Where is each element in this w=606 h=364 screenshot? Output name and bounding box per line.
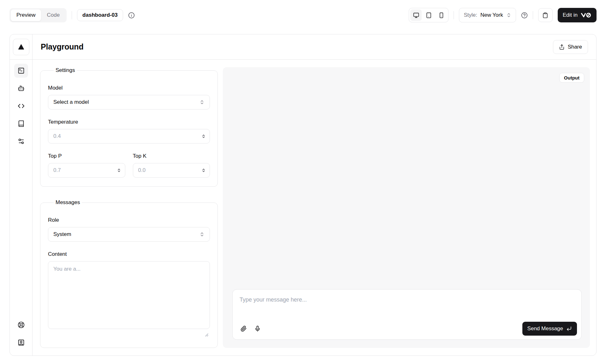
sidebar-item-help[interactable] xyxy=(14,318,28,332)
tab-preview[interactable]: Preview xyxy=(11,9,41,21)
share-icon xyxy=(559,44,565,50)
output-panel: Output Type your message here... xyxy=(223,67,590,348)
role-label: Role xyxy=(48,217,210,223)
smartphone-icon xyxy=(438,12,444,18)
top-k-label: Top K xyxy=(133,153,210,159)
main-content: Settings Model Select a model Temperatur… xyxy=(33,60,596,355)
toolbar-divider xyxy=(72,11,72,19)
model-select[interactable]: Select a model xyxy=(48,95,210,109)
top-k-input[interactable] xyxy=(133,163,210,178)
role-select[interactable]: System xyxy=(48,227,210,242)
use-microphone-button[interactable] xyxy=(252,323,264,335)
attach-file-button[interactable] xyxy=(238,323,250,335)
tablet-icon xyxy=(426,12,432,18)
edit-in-v0-label: Edit in xyxy=(563,12,578,18)
chevrons-up-down-icon xyxy=(199,100,205,105)
device-toggle-group xyxy=(409,8,449,22)
style-select-value: New York xyxy=(480,12,503,18)
share-button[interactable]: Share xyxy=(553,40,588,54)
style-select-label: Style: xyxy=(464,12,477,18)
code-icon xyxy=(18,103,25,109)
life-buoy-icon xyxy=(18,321,25,328)
temperature-input[interactable] xyxy=(48,129,210,144)
composer-placeholder[interactable]: Type your message here... xyxy=(240,296,574,303)
sidebar-item-documentation[interactable] xyxy=(14,117,28,131)
paperclip-icon xyxy=(241,326,247,332)
mobile-view-button[interactable] xyxy=(436,9,447,21)
triangle-logo-icon xyxy=(17,43,25,51)
app-logo-button[interactable] xyxy=(13,39,29,55)
tablet-view-button[interactable] xyxy=(423,9,434,21)
square-user-icon xyxy=(18,339,25,346)
top-p-label: Top P xyxy=(48,153,125,159)
style-select[interactable]: Style: New York xyxy=(459,8,516,22)
corner-down-left-icon xyxy=(566,326,572,332)
messages-legend: Messages xyxy=(54,199,82,206)
block-name-badge: dashboard-03 xyxy=(77,9,123,21)
settings-column: Settings Model Select a model Temperatur… xyxy=(40,67,218,348)
sidebar-item-account[interactable] xyxy=(14,336,28,349)
bot-icon xyxy=(18,85,25,92)
role-select-value: System xyxy=(53,231,71,238)
sidebar-item-playground[interactable] xyxy=(14,64,28,78)
edit-in-v0-button[interactable]: Edit in xyxy=(558,8,597,22)
sidebar-item-api[interactable] xyxy=(14,99,28,113)
output-badge: Output xyxy=(559,73,584,83)
content-label: Content xyxy=(48,251,210,257)
messages-fieldset: Messages Role System Content xyxy=(40,199,218,348)
page-header: Playground Share xyxy=(33,34,596,60)
preview-frame: Playground Share xyxy=(9,34,597,356)
sidebar-header xyxy=(10,34,33,60)
book-icon xyxy=(18,120,25,127)
info-icon[interactable] xyxy=(128,12,135,19)
message-composer[interactable]: Type your message here... xyxy=(232,289,582,340)
sidebar-nav xyxy=(10,60,33,355)
mic-icon xyxy=(254,326,261,332)
chevrons-up-down-icon xyxy=(506,13,511,18)
settings-legend: Settings xyxy=(54,67,77,73)
toolbar-divider xyxy=(533,11,533,19)
settings-sliders-icon xyxy=(18,138,25,145)
top-toolbar: Preview Code dashboard-03 xyxy=(0,0,606,30)
toolbar-divider xyxy=(454,11,454,19)
model-label: Model xyxy=(48,85,210,91)
chevrons-up-down-icon xyxy=(199,232,205,237)
send-message-button[interactable]: Send Message xyxy=(522,322,577,336)
preview-code-toggle: Preview Code xyxy=(9,8,67,22)
top-p-input[interactable] xyxy=(48,163,125,178)
model-select-value: Select a model xyxy=(53,99,89,105)
send-message-label: Send Message xyxy=(527,326,563,332)
page-title: Playground xyxy=(41,42,84,51)
help-circle-icon[interactable] xyxy=(521,12,528,19)
monitor-icon xyxy=(413,12,419,18)
tab-code[interactable]: Code xyxy=(41,9,65,21)
sidebar-item-settings[interactable] xyxy=(14,134,28,148)
desktop-view-button[interactable] xyxy=(410,9,422,21)
clipboard-icon xyxy=(542,12,548,18)
composer-toolbar: Send Message xyxy=(238,322,577,336)
temperature-label: Temperature xyxy=(48,119,210,125)
share-button-label: Share xyxy=(568,44,582,50)
resize-handle-icon[interactable] xyxy=(205,333,208,337)
copy-code-button[interactable] xyxy=(538,8,553,22)
v0-logo-icon xyxy=(581,12,591,18)
sidebar-item-models[interactable] xyxy=(14,81,28,95)
terminal-square-icon xyxy=(18,67,25,74)
settings-fieldset: Settings Model Select a model Temperatur… xyxy=(40,67,218,187)
content-textarea[interactable] xyxy=(48,261,210,329)
